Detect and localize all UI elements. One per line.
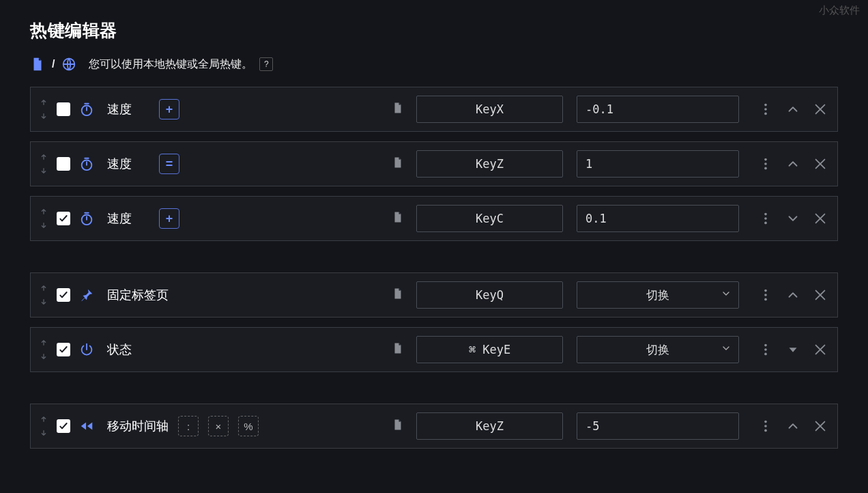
operator-chip[interactable]: + <box>159 208 179 229</box>
svg-point-3 <box>764 108 767 111</box>
row-label: 速度 <box>107 156 148 172</box>
expand-toggle[interactable] <box>785 419 800 434</box>
row-label: 速度 <box>107 101 148 117</box>
enabled-checkbox[interactable] <box>57 157 70 171</box>
svg-point-18 <box>764 353 767 356</box>
scope-file-icon <box>392 100 404 118</box>
key-input[interactable] <box>416 281 563 309</box>
svg-point-10 <box>764 213 767 216</box>
type-icon <box>77 287 96 302</box>
value-select[interactable]: 切换 <box>577 336 739 363</box>
value-select[interactable]: 切换 <box>577 281 739 309</box>
sort-handle[interactable] <box>38 208 50 229</box>
globe-icon <box>61 57 76 72</box>
hotkey-editor-panel: 热键编辑器 / 您可以使用本地热键或全局热键。 ? 速度 + <box>0 0 868 449</box>
sort-handle[interactable] <box>38 415 50 437</box>
value-input[interactable] <box>577 205 739 232</box>
more-menu-button[interactable] <box>758 419 773 434</box>
subheader: / 您可以使用本地热键或全局热键。 ? <box>30 57 838 72</box>
svg-point-8 <box>764 167 767 170</box>
operator-chip[interactable]: + <box>159 99 179 119</box>
sort-handle[interactable] <box>38 153 50 175</box>
row-label: 状态 <box>107 341 148 358</box>
more-menu-button[interactable] <box>758 287 773 302</box>
key-input[interactable] <box>416 412 563 440</box>
value-input[interactable] <box>577 412 739 440</box>
scope-file-icon <box>392 341 404 358</box>
chevron-down-icon <box>721 343 732 357</box>
enabled-checkbox[interactable] <box>57 419 70 433</box>
svg-point-14 <box>764 294 767 296</box>
hotkey-rows: 速度 + 速度 = <box>30 87 838 449</box>
svg-point-4 <box>764 113 767 115</box>
help-button[interactable]: ? <box>259 57 273 71</box>
hotkey-row: 固定标签页 切换 <box>30 272 838 318</box>
key-input[interactable] <box>416 150 563 178</box>
svg-point-20 <box>764 425 767 427</box>
svg-point-7 <box>764 163 767 165</box>
key-input[interactable] <box>416 336 563 363</box>
more-menu-button[interactable] <box>758 102 773 117</box>
svg-point-16 <box>764 344 767 347</box>
value-input[interactable] <box>577 150 739 178</box>
more-menu-button[interactable] <box>758 211 773 226</box>
hotkey-row: 速度 + <box>30 196 838 241</box>
scope-file-icon <box>392 155 404 173</box>
svg-point-2 <box>764 104 767 107</box>
file-icon <box>30 57 45 72</box>
enabled-checkbox[interactable] <box>57 343 70 356</box>
delete-button[interactable] <box>813 342 828 357</box>
sort-handle[interactable] <box>38 339 50 361</box>
hotkey-row: 状态 切换 <box>30 327 838 372</box>
delete-button[interactable] <box>813 419 828 434</box>
hotkey-row: 速度 + <box>30 87 838 132</box>
enabled-checkbox[interactable] <box>57 102 70 116</box>
svg-point-21 <box>764 429 767 432</box>
svg-point-17 <box>764 348 767 351</box>
expand-toggle[interactable] <box>785 156 800 171</box>
watermark-text: 小众软件 <box>819 4 860 17</box>
subheader-description: 您可以使用本地热键或全局热键。 <box>89 57 252 72</box>
row-label: 移动时间轴 <box>107 418 169 434</box>
enabled-checkbox[interactable] <box>57 288 70 302</box>
delete-button[interactable] <box>813 102 828 117</box>
expand-toggle[interactable] <box>785 287 800 302</box>
svg-point-13 <box>764 290 767 292</box>
row-label: 速度 <box>107 210 148 227</box>
enabled-checkbox[interactable] <box>57 212 70 225</box>
delete-button[interactable] <box>813 287 828 302</box>
expand-toggle[interactable] <box>785 211 800 226</box>
expand-toggle[interactable] <box>785 102 800 117</box>
scope-file-icon <box>392 286 404 304</box>
sort-handle[interactable] <box>38 98 50 120</box>
tag-chip[interactable]: : <box>178 416 199 436</box>
scope-file-icon <box>392 210 404 227</box>
key-input[interactable] <box>416 96 563 123</box>
type-icon <box>77 211 96 226</box>
chevron-down-icon <box>721 288 732 302</box>
more-menu-button[interactable] <box>758 156 773 171</box>
svg-point-11 <box>764 217 767 220</box>
delete-button[interactable] <box>813 211 828 226</box>
value-select-label: 切换 <box>646 287 669 303</box>
scope-file-icon <box>392 417 404 435</box>
row-label: 固定标签页 <box>107 287 169 303</box>
key-input[interactable] <box>416 205 563 232</box>
type-icon <box>77 156 96 171</box>
hotkey-row: 移动时间轴 :×% <box>30 404 838 449</box>
value-input[interactable] <box>577 96 739 123</box>
operator-chip[interactable]: = <box>159 154 179 174</box>
separator-slash: / <box>52 58 55 70</box>
tag-chip[interactable]: × <box>208 416 229 436</box>
type-icon <box>77 419 96 434</box>
svg-point-15 <box>764 298 767 301</box>
more-menu-button[interactable] <box>758 342 773 357</box>
page-title: 热键编辑器 <box>30 19 838 42</box>
delete-button[interactable] <box>813 156 828 171</box>
svg-point-12 <box>764 222 767 225</box>
tag-chip[interactable]: % <box>238 416 259 436</box>
type-icon <box>77 342 96 357</box>
type-icon <box>77 102 96 117</box>
sort-handle[interactable] <box>38 284 50 306</box>
expand-toggle[interactable] <box>785 342 800 357</box>
